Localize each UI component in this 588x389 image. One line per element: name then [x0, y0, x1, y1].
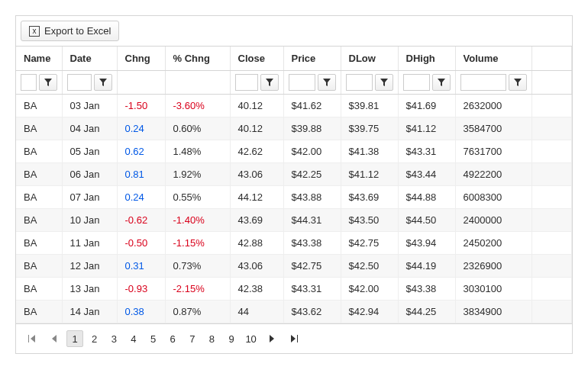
filter-name-input[interactable] — [21, 74, 37, 91]
funnel-icon — [438, 79, 445, 86]
cell-pchng: -1.15% — [165, 232, 230, 255]
col-price[interactable]: Price — [283, 47, 341, 71]
cell-spacer — [531, 117, 572, 140]
cell-spacer — [531, 209, 572, 232]
cell-pchng: 0.60% — [165, 117, 230, 140]
table-row[interactable]: BA03 Jan-1.50-3.60%40.12$41.62$39.81$41.… — [16, 95, 572, 117]
page-3[interactable]: 3 — [105, 330, 122, 347]
filter-date-input[interactable] — [67, 74, 92, 91]
cell-volume: 2632000 — [455, 95, 531, 117]
cell-dhigh: $44.19 — [398, 255, 455, 278]
cell-dlow: $41.38 — [341, 140, 398, 163]
cell-dhigh: $44.25 — [398, 301, 455, 323]
table-row[interactable]: BA11 Jan-0.50-1.15%42.88$43.38$42.75$43.… — [16, 232, 572, 255]
cell-name: BA — [16, 95, 62, 117]
cell-close: 44 — [230, 301, 283, 323]
header-row: Name Date Chng % Chng Close Price DLow D… — [16, 47, 572, 71]
table-row[interactable]: BA14 Jan0.380.87%44$43.62$42.94$44.25383… — [16, 301, 572, 323]
page-7[interactable]: 7 — [184, 330, 201, 347]
cell-volume: 4922200 — [455, 163, 531, 186]
cell-price: $44.31 — [283, 209, 341, 232]
cell-spacer — [531, 186, 572, 209]
cell-close: 40.12 — [230, 117, 283, 140]
data-grid: x Export to Excel Name Date Chng % Chng … — [15, 15, 573, 354]
cell-close: 42.62 — [230, 140, 283, 163]
col-name[interactable]: Name — [16, 47, 62, 71]
table-row[interactable]: BA05 Jan0.621.48%42.62$42.00$41.38$43.31… — [16, 140, 572, 163]
cell-name: BA — [16, 301, 62, 323]
filter-volume-input[interactable] — [460, 74, 506, 91]
cell-pchng: 1.92% — [165, 163, 230, 186]
table-row[interactable]: BA13 Jan-0.93-2.15%42.38$43.31$42.00$43.… — [16, 278, 572, 301]
filter-name-button[interactable] — [39, 74, 57, 91]
cell-date: 07 Jan — [62, 186, 117, 209]
table-row[interactable]: BA10 Jan-0.62-1.40%43.69$44.31$43.50$44.… — [16, 209, 572, 232]
cell-dlow: $39.81 — [341, 95, 398, 117]
cell-pchng: -3.60% — [165, 95, 230, 117]
filter-price-button[interactable] — [318, 74, 336, 91]
col-volume[interactable]: Volume — [455, 47, 531, 71]
filter-close-button[interactable] — [260, 74, 279, 91]
cell-chng: -0.50 — [117, 232, 165, 255]
cell-volume: 3834900 — [455, 301, 531, 323]
funnel-icon — [44, 79, 52, 86]
cell-volume: 3584700 — [455, 117, 531, 140]
filter-date-button[interactable] — [94, 74, 112, 91]
col-pchng[interactable]: % Chng — [165, 47, 230, 71]
cell-price: $41.62 — [283, 95, 341, 117]
cell-price: $43.88 — [283, 186, 341, 209]
table-row[interactable]: BA06 Jan0.811.92%43.06$42.25$41.12$43.44… — [16, 163, 572, 186]
col-dlow[interactable]: DLow — [341, 47, 398, 71]
page-8[interactable]: 8 — [203, 330, 220, 347]
page-1[interactable]: 1 — [66, 330, 83, 347]
page-6[interactable]: 6 — [164, 330, 181, 347]
cell-volume: 2326900 — [455, 255, 531, 278]
cell-date: 06 Jan — [62, 163, 117, 186]
cell-price: $39.88 — [283, 117, 341, 140]
page-5[interactable]: 5 — [145, 330, 162, 347]
table-row[interactable]: BA12 Jan0.310.73%43.06$42.75$42.50$44.19… — [16, 255, 572, 278]
cell-chng: -0.93 — [117, 278, 165, 301]
pager-first[interactable] — [24, 330, 40, 347]
table-row[interactable]: BA07 Jan0.240.55%44.12$43.88$43.69$44.88… — [16, 186, 572, 209]
pager-prev[interactable] — [45, 330, 62, 347]
funnel-icon — [380, 79, 388, 86]
cell-date: 11 Jan — [62, 232, 117, 255]
cell-pchng: 1.48% — [165, 140, 230, 163]
page-2[interactable]: 2 — [86, 330, 103, 347]
cell-spacer — [531, 140, 572, 163]
cell-dlow: $42.75 — [341, 232, 398, 255]
cell-name: BA — [16, 232, 62, 255]
cell-chng: -1.50 — [117, 95, 165, 117]
filter-dhigh-button[interactable] — [432, 74, 451, 91]
cell-date: 05 Jan — [62, 140, 117, 163]
col-chng[interactable]: Chng — [117, 47, 165, 71]
filter-price-input[interactable] — [289, 74, 315, 91]
cell-name: BA — [16, 209, 62, 232]
filter-dlow-input[interactable] — [346, 74, 373, 91]
export-excel-button[interactable]: x Export to Excel — [21, 21, 119, 41]
cell-date: 14 Jan — [62, 301, 117, 323]
table-row[interactable]: BA04 Jan0.240.60%40.12$39.88$39.75$41.12… — [16, 117, 572, 140]
col-dhigh[interactable]: DHigh — [398, 47, 455, 71]
cell-pchng: 0.87% — [165, 301, 230, 323]
page-10[interactable]: 10 — [243, 330, 260, 347]
col-close[interactable]: Close — [230, 47, 283, 71]
cell-chng: 0.31 — [117, 255, 165, 278]
filter-dhigh-input[interactable] — [403, 74, 430, 91]
filter-volume-button[interactable] — [509, 74, 527, 91]
col-date[interactable]: Date — [62, 47, 117, 71]
page-4[interactable]: 4 — [125, 330, 142, 347]
cell-chng: 0.24 — [117, 117, 165, 140]
pager: 1 2 3 4 5 6 7 8 9 10 — [16, 323, 572, 353]
cell-pchng: 0.73% — [165, 255, 230, 278]
filter-dlow-button[interactable] — [375, 74, 393, 91]
pager-next[interactable] — [264, 330, 281, 347]
cell-pchng: -2.15% — [165, 278, 230, 301]
filter-close-input[interactable] — [235, 74, 258, 91]
page-9[interactable]: 9 — [223, 330, 240, 347]
pager-last[interactable] — [286, 330, 302, 347]
cell-spacer — [531, 232, 572, 255]
funnel-icon — [514, 79, 522, 86]
cell-volume: 2450200 — [455, 232, 531, 255]
